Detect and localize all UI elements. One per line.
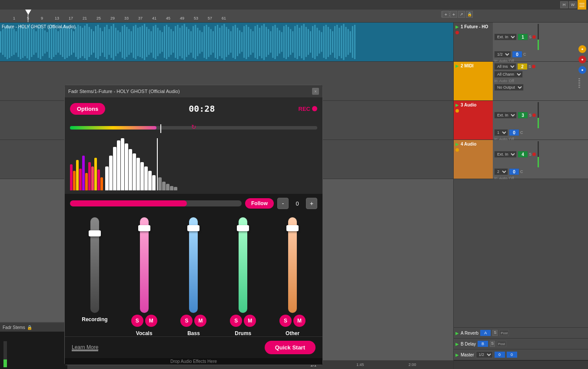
rt-chan-2[interactable]: All Chann [494, 71, 523, 78]
fader-handle-recording[interactable] [89, 230, 101, 236]
svg-rect-84 [184, 24, 185, 60]
svg-rect-120 [263, 24, 265, 60]
rt-fraction-3[interactable]: 1 [494, 129, 508, 136]
fader-bg-vocals [140, 217, 149, 313]
h-button[interactable]: H [560, 1, 568, 8]
follow-button[interactable]: Follow [245, 198, 274, 209]
send-b-play[interactable]: ▶ [455, 342, 459, 346]
rt-c-4: C [520, 170, 523, 174]
rt-play-4[interactable]: ▶ [455, 142, 459, 146]
s-button-drums[interactable]: S [230, 315, 242, 327]
rt-dot-3 [455, 109, 459, 113]
modal-progress-row: Follow - 0 + [65, 194, 322, 213]
rt-s-btn-3[interactable]: S [529, 113, 532, 117]
m-button-drums[interactable]: M [244, 315, 256, 327]
rt-extinput-2[interactable]: All Ins [494, 63, 516, 70]
svg-rect-136 [299, 28, 300, 56]
rt-extinput-4[interactable]: Ext. In [494, 151, 517, 158]
fader-handle-vocals[interactable] [138, 225, 150, 231]
fader-other[interactable] [286, 217, 299, 313]
send-a-s[interactable]: S [492, 330, 498, 336]
rt-extinput-1[interactable]: Ext. In [494, 33, 517, 40]
m-button-vocals[interactable]: M [145, 315, 157, 327]
rec-dot [312, 106, 317, 111]
svg-rect-38 [82, 28, 83, 56]
rt-off-2[interactable]: Off [509, 79, 514, 83]
svg-rect-7 [13, 29, 15, 55]
rt-s-btn-2[interactable]: S [528, 64, 531, 69]
rt-s-btn-1[interactable]: S [529, 35, 532, 39]
svg-rect-73 [159, 30, 161, 53]
svg-rect-96 [210, 29, 212, 55]
timeline-ruler[interactable]: 1 5 9 13 17 21 25 29 33 37 41 45 49 53 5… [0, 10, 588, 23]
m-button-bass[interactable]: M [194, 315, 206, 327]
rt-fraction-4[interactable]: 2 [494, 168, 508, 175]
svg-rect-159 [350, 31, 351, 53]
modal-mixer: Recording S M Vocals S M Bass [65, 213, 322, 336]
svg-rect-65 [142, 26, 143, 58]
fader-handle-drums[interactable] [237, 225, 249, 231]
send-a-post: Post [499, 330, 509, 336]
hamburger-menu[interactable] [578, 0, 586, 10]
s-button-vocals[interactable]: S [131, 315, 143, 327]
rt-noout-2[interactable]: No Output [494, 84, 524, 91]
fader-bass[interactable] [187, 217, 199, 313]
send-master-select[interactable]: 1/2 [476, 351, 493, 358]
ruler-lock-btn[interactable]: 🔒 [466, 11, 473, 18]
rt-play-1[interactable]: ▶ [455, 24, 459, 29]
ruler-add-btn[interactable]: + [442, 11, 449, 18]
ruler-add2-btn[interactable]: + [450, 11, 457, 18]
rsb-blue[interactable]: ● [578, 66, 586, 74]
svg-rect-138 [303, 24, 305, 60]
rsb-red[interactable]: ● [578, 56, 586, 63]
send-b-s[interactable]: S [490, 341, 495, 347]
ruler-mark-29: 29 [110, 16, 115, 20]
send-a-play[interactable]: ▶ [455, 331, 459, 336]
progress-track[interactable] [70, 200, 242, 206]
ch-label-other: Other [286, 330, 299, 336]
rt-play-3[interactable]: ▶ [455, 103, 459, 107]
rt-fraction-1[interactable]: 1/2 [494, 51, 511, 58]
svg-rect-155 [341, 26, 342, 58]
m-button-other[interactable]: M [293, 315, 306, 327]
fader-recording[interactable] [89, 217, 101, 313]
modal-close-button[interactable]: × [312, 88, 319, 95]
svg-rect-116 [255, 26, 256, 58]
learn-more-link[interactable]: Learn More [72, 344, 98, 351]
modal-viz[interactable]: ↻ [65, 120, 322, 194]
svg-rect-127 [279, 30, 280, 53]
s-button-bass[interactable]: S [180, 315, 193, 327]
svg-rect-14 [29, 24, 30, 60]
sm-buttons-bass: S M [180, 315, 206, 327]
fader-drums[interactable] [237, 217, 249, 313]
rt-left-2: ▶ 2 MIDI [454, 62, 493, 100]
rt-play-2[interactable]: ▶ [455, 63, 459, 68]
rt-in-2[interactable]: In [494, 79, 498, 83]
mixer-channel-drums: S M Drums [221, 217, 265, 336]
minus-button[interactable]: - [277, 198, 289, 209]
rt-extinput-3[interactable]: Ext. In [494, 112, 517, 119]
send-master-play[interactable]: ▶ [455, 352, 459, 357]
fader-handle-bass[interactable] [187, 225, 199, 231]
send-master: ▶ Master 1/2 0 0 [454, 349, 588, 360]
svg-rect-89 [195, 25, 196, 59]
fadr-stems-content [0, 332, 67, 369]
svg-rect-76 [166, 25, 167, 59]
svg-rect-24 [51, 25, 52, 59]
w-button[interactable]: W [569, 1, 577, 8]
fader-handle-other[interactable] [286, 225, 299, 231]
audio-track-1[interactable]: Future - HOLY GHOST (Official Audio) [0, 23, 453, 62]
send-b-val: B [478, 341, 488, 347]
rt-left-4: ▶ 4 Audio [454, 140, 493, 179]
svg-rect-48 [104, 27, 105, 57]
rt-s-btn-4[interactable]: S [529, 152, 532, 156]
options-button[interactable]: Options [70, 103, 105, 115]
svg-rect-11 [22, 26, 23, 58]
rt-auto-2[interactable]: Auto [498, 79, 508, 83]
quick-start-button[interactable]: Quick Start [265, 341, 316, 354]
plus-button[interactable]: + [306, 198, 317, 209]
ruler-arrow-btn[interactable]: ↗ [458, 11, 465, 18]
s-button-other[interactable]: S [279, 315, 292, 327]
rsb-orange[interactable]: ● [578, 45, 586, 53]
fader-vocals[interactable] [138, 217, 150, 313]
